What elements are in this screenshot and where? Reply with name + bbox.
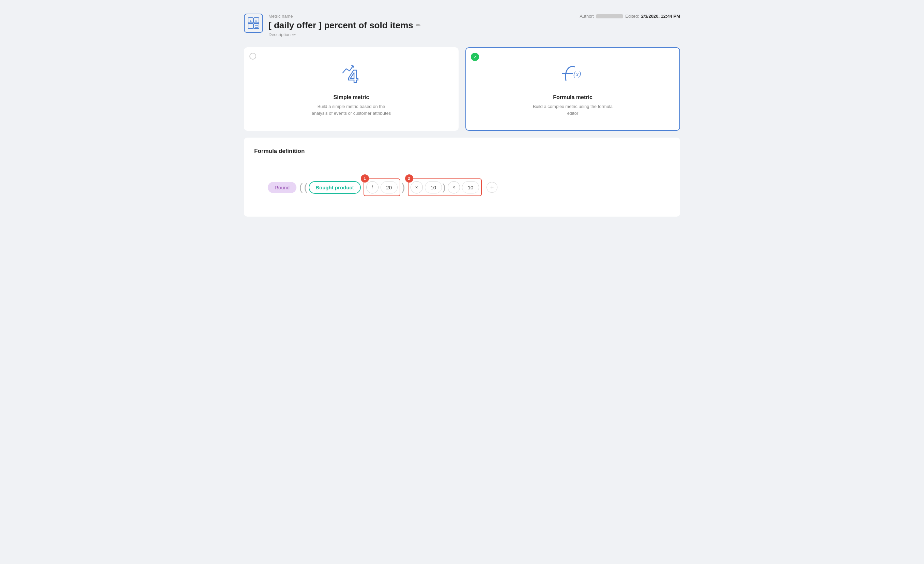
formula-metric-title: Formula metric (553, 94, 592, 100)
open-paren-1: ( (299, 182, 303, 192)
multiply-operator-1[interactable]: × (411, 181, 423, 193)
open-paren-2: ( (304, 182, 308, 192)
formula-metric-desc: Build a complex metric using the formula… (532, 103, 614, 117)
bought-product-pill[interactable]: Bought product (309, 181, 360, 194)
formula-section-title: Formula definition (254, 148, 670, 155)
simple-metric-card[interactable]: 4 Simple metric Build a simple metric ba… (244, 47, 459, 131)
add-formula-element-button[interactable]: + (486, 182, 497, 193)
author-avatar (596, 14, 623, 18)
close-paren-2: ) (442, 183, 446, 192)
svg-text:Σ: Σ (250, 19, 252, 22)
value-10-1[interactable]: 10 (425, 181, 442, 193)
title-edit-icon[interactable]: ✏ (416, 22, 420, 28)
svg-text:4: 4 (348, 66, 358, 86)
group-2-badge: 2 (405, 174, 413, 183)
header-text: Metric name [ daily offer ] percent of s… (268, 13, 420, 37)
round-function-pill[interactable]: Round (268, 182, 296, 193)
description-link[interactable]: Description ✏ (268, 32, 420, 37)
formula-metric-check: ✓ (471, 53, 479, 61)
metric-icon: Σ x (244, 13, 263, 33)
svg-rect-2 (248, 24, 253, 28)
header-right: Author: Edited: 2/3/2020, 12:44 PM (579, 13, 680, 19)
metric-title: [ daily offer ] percent of sold items ✏ (268, 20, 420, 31)
svg-rect-3 (254, 24, 259, 28)
metric-name-label: Metric name (268, 13, 420, 19)
author-label: Author: (579, 13, 594, 19)
svg-text:x: x (255, 19, 257, 22)
formula-section: Formula definition Round ( ( Bought prod… (244, 138, 680, 217)
title-text: [ daily offer ] percent of sold items (268, 20, 413, 31)
simple-metric-title: Simple metric (333, 94, 369, 100)
formula-group-2: 2 × 10 ) × 10 (408, 178, 482, 196)
edited-date: 2/3/2020, 12:44 PM (641, 13, 680, 19)
formula-builder: Round ( ( Bought product 1 / 20 ) 2 × 10… (254, 172, 670, 203)
simple-metric-icon: 4 (338, 61, 365, 89)
divide-operator[interactable]: / (366, 181, 378, 193)
page-header: Σ x Metric name [ daily offer ] percent … (244, 13, 680, 37)
svg-text:(x): (x) (573, 70, 581, 78)
description-edit-icon: ✏ (292, 32, 296, 37)
value-20[interactable]: 20 (381, 181, 398, 193)
description-label: Description (268, 32, 291, 37)
multiply-operator-2[interactable]: × (448, 181, 460, 193)
value-10-2[interactable]: 10 (462, 181, 479, 193)
formula-metric-icon: (x) (559, 61, 586, 89)
simple-metric-radio[interactable] (249, 53, 256, 60)
close-paren-1: ) (402, 182, 405, 192)
header-left: Σ x Metric name [ daily offer ] percent … (244, 13, 420, 37)
edited-label: Edited: (625, 13, 639, 19)
formula-group-1: 1 / 20 (363, 178, 400, 196)
simple-metric-desc: Build a simple metric based on the analy… (310, 103, 392, 117)
formula-metric-card[interactable]: ✓ (x) Formula metric Build a complex met… (465, 47, 680, 131)
metric-type-cards: 4 Simple metric Build a simple metric ba… (244, 47, 680, 131)
group-1-badge: 1 (361, 174, 369, 183)
